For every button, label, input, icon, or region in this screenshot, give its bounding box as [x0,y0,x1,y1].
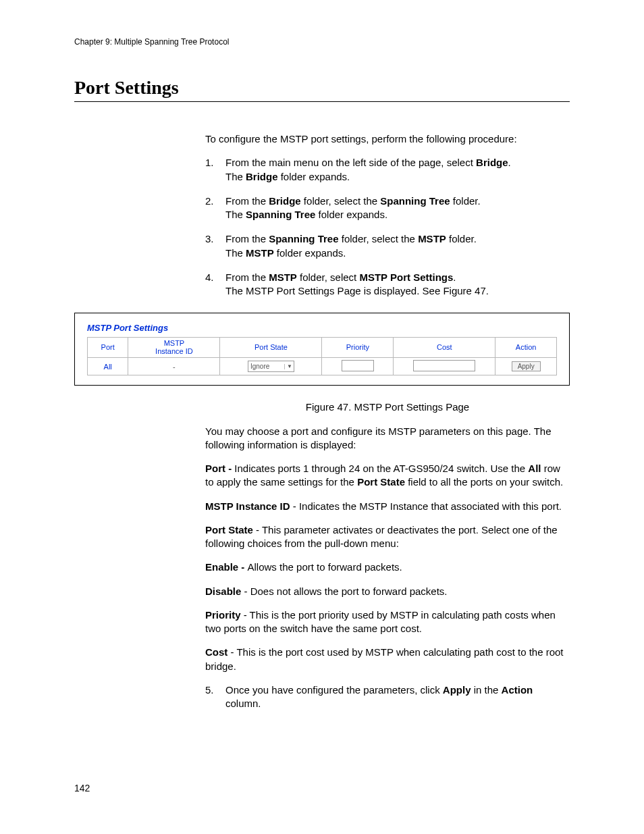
step-number: 4. [205,271,225,298]
cell-port: All [88,358,128,375]
step-text: From the Spanning Tree folder, select th… [225,232,570,260]
document-page: Chapter 9: Multiple Spanning Tree Protoc… [0,0,644,834]
port-state-value: Ignore [250,363,269,370]
apply-button[interactable]: Apply [512,361,541,371]
mstp-settings-table: Port MSTPInstance ID Port State Priority… [87,337,557,375]
cost-input[interactable] [413,360,475,371]
procedure-list: 1.From the main menu on the left side of… [205,156,570,298]
procedure-list-continued: 5.Once you have configured the parameter… [205,683,570,711]
col-priority: Priority [322,338,394,358]
body-paragraph: Priority - This is the port priority use… [205,608,570,636]
col-action: Action [495,338,557,358]
step-text: From the MSTP folder, select MSTP Port S… [225,271,570,298]
body-column: To configure the MSTP port settings, per… [205,132,570,298]
cell-cost [394,358,495,375]
step-text: From the Bridge folder, select the Spann… [225,194,570,222]
procedure-step: 5.Once you have configured the parameter… [205,683,570,711]
chevron-down-icon: ▼ [284,364,292,369]
body-column-continued: Figure 47. MSTP Port Settings Page You m… [205,400,570,710]
cell-priority [322,358,394,375]
body-paragraph: Port - Indicates ports 1 through 24 on t… [205,462,570,490]
body-paragraph: Cost - This is the port cost used by MST… [205,646,570,673]
col-instance: MSTPInstance ID [128,338,220,358]
step-number: 2. [205,194,225,222]
procedure-step: 2.From the Bridge folder, select the Spa… [205,194,570,222]
figure-caption: Figure 47. MSTP Port Settings Page [205,400,570,414]
col-cost: Cost [394,338,495,358]
procedure-step: 4.From the MSTP folder, select MSTP Port… [205,271,570,298]
body-paragraph: Port State - This parameter activates or… [205,523,570,551]
body-paragraph: Enable - Allows the port to forward pack… [205,561,570,574]
table-header-row: Port MSTPInstance ID Port State Priority… [88,338,557,358]
figure-container: MSTP Port Settings Port MSTPInstance ID … [74,313,570,386]
cell-state: Ignore ▼ [220,358,322,375]
col-state: Port State [220,338,322,358]
procedure-step: 3.From the Spanning Tree folder, select … [205,232,570,260]
figure-title: MSTP Port Settings [87,323,557,333]
body-paragraph: You may choose a port and configure its … [205,425,570,452]
page-title: Port Settings [74,77,570,102]
chapter-header: Chapter 9: Multiple Spanning Tree Protoc… [74,37,570,47]
priority-input[interactable] [342,360,374,371]
col-port: Port [88,338,128,358]
body-paragraph: Disable - Does not allows the port to fo… [205,585,570,598]
port-state-select[interactable]: Ignore ▼ [248,361,294,372]
cell-instance: - [128,358,220,375]
step-number: 3. [205,232,225,260]
step-text: From the main menu on the left side of t… [225,156,570,184]
step-text: Once you have configured the parameters,… [225,683,570,711]
table-row: All - Ignore ▼ Apply [88,358,557,375]
step-number: 1. [205,156,225,184]
page-number: 142 [74,783,90,793]
procedure-step: 1.From the main menu on the left side of… [205,156,570,184]
intro-paragraph: To configure the MSTP port settings, per… [205,132,570,146]
cell-action: Apply [495,358,557,375]
body-paragraph: MSTP Instance ID - Indicates the MSTP In… [205,500,570,513]
step-number: 5. [205,683,225,711]
